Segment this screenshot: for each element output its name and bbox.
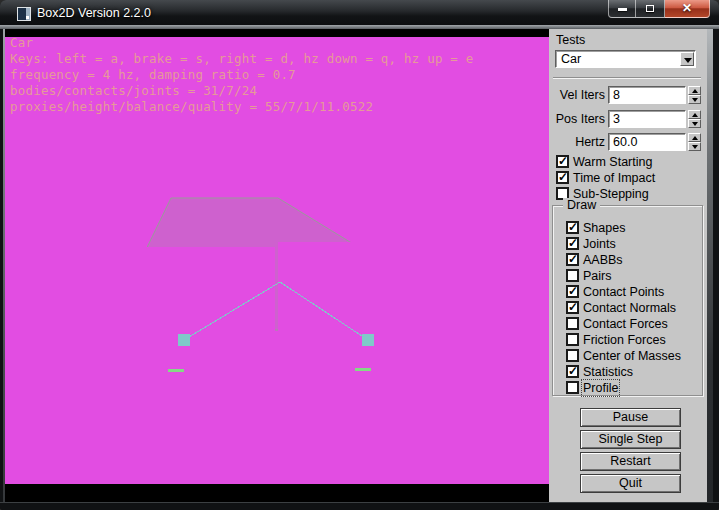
control-panel: Tests Car Vel Iters8Pos Iters3Hertz60.0 …: [549, 29, 707, 502]
checkbox-label: Time of Impact: [573, 171, 655, 185]
triangle-down-icon: [692, 122, 698, 126]
stats-line-2: frequency = 4 hz, damping ratio = 0.7: [10, 67, 474, 83]
spinner-buttons: [688, 86, 701, 104]
checkbox-center-of-masses[interactable]: [566, 349, 579, 362]
separator: [553, 77, 701, 79]
spinner-label: Vel Iters: [549, 88, 605, 102]
checkbox-contact-forces[interactable]: [566, 317, 579, 330]
checkbox-contact-points[interactable]: ✓: [566, 285, 579, 298]
checkbox-label: Contact Points: [583, 285, 664, 299]
triangle-down-icon: [692, 145, 698, 149]
spinner-value-field[interactable]: 60.0: [608, 133, 686, 151]
window-right-edge: [707, 29, 713, 502]
checkbox-joints[interactable]: ✓: [566, 237, 579, 250]
spinner-up-button[interactable]: [688, 86, 701, 95]
window-bottom-edge: [0, 502, 719, 510]
chevron-down-icon: [684, 58, 692, 63]
spinner-up-button[interactable]: [688, 133, 701, 142]
checkbox-label: Joints: [583, 237, 616, 251]
tests-label: Tests: [556, 33, 585, 47]
spinner-label: Hertz: [549, 135, 605, 149]
checkbox-label: Shapes: [583, 221, 625, 235]
single-step-button[interactable]: Single Step: [580, 430, 681, 449]
restart-button[interactable]: Restart: [580, 452, 681, 471]
checkbox-friction-forces[interactable]: [566, 333, 579, 346]
checkbox-label: Profile: [583, 381, 618, 395]
debug-text-overlay: CarKeys: left = a, brake = s, right = d,…: [10, 35, 474, 115]
stats-line-4: proxies/height/balance/quality = 55/7/1/…: [10, 99, 474, 115]
maximize-button[interactable]: [636, 0, 665, 18]
checkbox-statistics[interactable]: ✓: [566, 365, 579, 378]
stats-line-1: Keys: left = a, brake = s, right = d, hz…: [10, 51, 474, 67]
checkbox-pairs[interactable]: [566, 269, 579, 282]
triangle-up-icon: [692, 113, 698, 117]
stats-line-3: bodies/contacts/joints = 31/7/24: [10, 83, 474, 99]
triangle-down-icon: [692, 98, 698, 102]
spinner-down-button[interactable]: [688, 95, 701, 104]
spinner-down-button[interactable]: [688, 119, 701, 128]
spinner-row-hertz: Hertz60.0: [549, 133, 707, 151]
app-icon: [17, 7, 31, 21]
checkbox-label: Contact Forces: [583, 317, 668, 331]
tests-dropdown-button[interactable]: [680, 52, 694, 66]
checkbox-time-of-impact[interactable]: ✓: [556, 171, 569, 184]
triangle-up-icon: [692, 89, 698, 93]
simulation-canvas[interactable]: CarKeys: left = a, brake = s, right = d,…: [5, 29, 549, 502]
close-icon: ✕: [665, 1, 709, 15]
checkbox-profile[interactable]: [566, 381, 579, 394]
triangle-up-icon: [692, 136, 698, 140]
quit-button[interactable]: Quit: [580, 474, 681, 493]
checkbox-label: Warm Starting: [573, 155, 652, 169]
spinner-down-button[interactable]: [688, 142, 701, 151]
checkbox-label: Center of Masses: [583, 349, 681, 363]
spinner-row-vel-iters: Vel Iters8: [549, 86, 707, 104]
checkbox-warm-starting[interactable]: ✓: [556, 155, 569, 168]
tests-dropdown[interactable]: Car: [555, 50, 696, 68]
maximize-icon: [646, 5, 654, 12]
left-joint-anchor: [181, 337, 187, 343]
checkbox-shapes[interactable]: ✓: [566, 221, 579, 234]
checkbox-label: Friction Forces: [583, 333, 666, 347]
titlebar[interactable]: Box2D Version 2.2.0 ✕: [0, 0, 719, 29]
draw-group: Draw ✓Shapes✓Joints✓AABBsPairs✓Contact P…: [552, 205, 703, 396]
spinner-label: Pos Iters: [549, 112, 605, 126]
spinner-value-field[interactable]: 8: [608, 86, 686, 104]
checkbox-aabbs[interactable]: ✓: [566, 253, 579, 266]
checkbox-label: Pairs: [583, 269, 611, 283]
right-joint-anchor: [365, 337, 371, 343]
spinner-up-button[interactable]: [688, 110, 701, 119]
right-contact-point: [355, 368, 371, 371]
spinner-row-pos-iters: Pos Iters3: [549, 110, 707, 128]
tests-dropdown-value: Car: [561, 52, 581, 67]
checkbox-label: Contact Normals: [583, 301, 676, 315]
minimize-button[interactable]: [608, 0, 636, 18]
window-controls: ✕: [608, 0, 710, 18]
left-contact-point: [168, 369, 184, 372]
spinner-buttons: [688, 133, 701, 151]
draw-group-title: Draw: [563, 198, 600, 212]
close-button[interactable]: ✕: [665, 0, 710, 18]
checkbox-label: AABBs: [583, 253, 623, 267]
pause-button[interactable]: Pause: [580, 408, 681, 427]
spinner-value-field[interactable]: 3: [608, 110, 686, 128]
stats-line-0: Car: [10, 35, 474, 51]
app-window: Box2D Version 2.2.0 ✕ CarKeys: left = a,…: [0, 0, 719, 510]
window-title: Box2D Version 2.2.0: [37, 0, 151, 29]
checkbox-contact-normals[interactable]: ✓: [566, 301, 579, 314]
checkbox-label: Statistics: [583, 365, 633, 379]
spinner-buttons: [688, 110, 701, 128]
minimize-icon: [618, 8, 627, 11]
